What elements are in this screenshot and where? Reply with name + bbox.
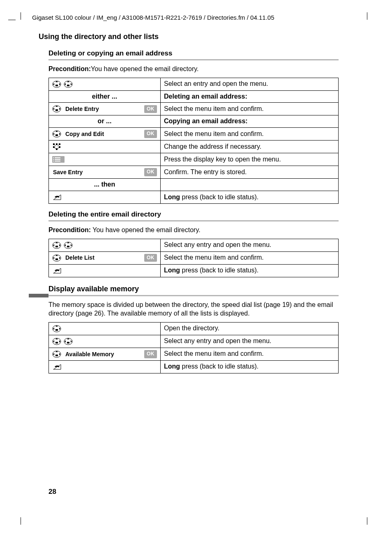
procedure-table-3: Open the directory.Select any entry and … [48, 322, 339, 373]
step-description: Long press (back to idle status). [164, 194, 258, 201]
step-description-cell: Long press (back to idle status). [161, 191, 339, 203]
step-description: Long press (back to idle status). [164, 267, 258, 274]
ok-badge: OK [144, 254, 157, 262]
precondition-text: You have opened the email directory. [91, 226, 201, 233]
step-description-cell: Select an entry and open the menu. [161, 78, 339, 90]
step-description-cell: Open the directory. [161, 322, 339, 335]
heading-rule [48, 59, 339, 60]
table-row: Press the display key to open the menu. [49, 153, 339, 166]
branch-label: or ... [52, 117, 157, 126]
step-action-cell: ... then [49, 179, 161, 191]
hangup-key-icon [52, 267, 62, 274]
heading-1: Using the directory and other lists [39, 32, 363, 41]
crop-mark [21, 517, 21, 525]
precondition-label: Precondition: [48, 226, 91, 233]
precondition: Precondition:You have opened the email d… [48, 65, 339, 74]
nav-key-icon [52, 242, 61, 249]
nav-key-icon [52, 254, 61, 262]
nav-key-icon [64, 81, 73, 88]
step-action-cell: either ... [49, 90, 161, 103]
page-number: 28 [48, 488, 56, 496]
nav-key-icon [64, 242, 73, 249]
step-description-cell: Select the menu item and confirm. [161, 348, 339, 360]
step-action-cell: Save EntryOK [49, 166, 161, 179]
crop-mark [367, 517, 367, 525]
step-description: Copying an email address: [164, 118, 248, 124]
step-description: Open the directory. [164, 325, 219, 332]
ok-badge: OK [144, 130, 157, 138]
table-row: Select any entry and open the menu. [49, 335, 339, 348]
step-description: Change the address if necessary. [164, 143, 261, 150]
step-action-cell [49, 264, 161, 277]
table-row: Save EntryOKConfirm. The entry is stored… [49, 166, 339, 179]
step-action-cell [49, 322, 161, 335]
table-row: Select an entry and open the menu. [49, 78, 339, 90]
ok-badge: OK [144, 168, 157, 176]
table-row: Long press (back to idle status). [49, 264, 339, 277]
step-action-cell [49, 360, 161, 373]
menu-item-label: Copy and Edit [64, 130, 142, 138]
step-action-cell [49, 335, 161, 348]
keypad-icon [52, 143, 61, 151]
nav-key-icon [52, 350, 61, 358]
procedure-table-1: Select an entry and open the menu.either… [48, 78, 339, 204]
precondition: Precondition: You have opened the email … [48, 226, 339, 235]
hangup-key-icon [52, 363, 62, 371]
step-action-cell [49, 78, 161, 90]
nav-key-icon [52, 338, 61, 345]
menu-item-label: Delete Entry [64, 105, 142, 113]
precondition-text: You have opened the email directory. [91, 65, 198, 72]
menu-display-key-icon [52, 156, 65, 163]
manual-page: Gigaset SL100 colour / IM_eng / A31008-M… [0, 0, 392, 537]
table-row: Long press (back to idle status). [49, 360, 339, 373]
step-description-cell: Select the menu item and confirm. [161, 103, 339, 115]
step-description: Select an entry and open the menu. [164, 80, 268, 87]
step-description: Deleting an email address: [164, 93, 247, 100]
branch-label: ... then [52, 180, 157, 189]
step-description-cell: Long press (back to idle status). [161, 360, 339, 373]
step-action-cell [49, 153, 161, 166]
table-row: Change the address if necessary. [49, 141, 339, 153]
nav-key-icon [52, 130, 61, 138]
step-description: Select any entry and open the menu. [164, 337, 272, 344]
branch-label: either ... [52, 92, 157, 101]
table-row: or ...Copying an email address: [49, 115, 339, 128]
paragraph: The memory space is divided up between t… [48, 300, 339, 318]
nav-key-icon [52, 325, 61, 332]
step-description-cell: Select the menu item and confirm. [161, 128, 339, 141]
document-header: Gigaset SL100 colour / IM_eng / A31008-M… [32, 14, 363, 21]
crop-mark [8, 20, 16, 20]
nav-key-icon [52, 105, 61, 113]
nav-key-icon [64, 338, 73, 345]
table-row: Copy and EditOKSelect the menu item and … [49, 128, 339, 141]
menu-item-label: Available Memory [64, 350, 142, 358]
table-row: Select any entry and open the menu. [49, 239, 339, 251]
heading-2: Deleting or copying an email address [48, 49, 363, 58]
menu-item-label: Delete List [64, 254, 142, 261]
step-description-cell [161, 179, 339, 191]
step-description-cell: Select any entry and open the menu. [161, 335, 339, 348]
heading-rule-bold [29, 295, 339, 296]
table-row: ... then [49, 179, 339, 191]
table-row: Available MemoryOKSelect the menu item a… [49, 348, 339, 360]
procedure-table-2: Select any entry and open the menu.Delet… [48, 239, 339, 277]
step-description-cell: Change the address if necessary. [161, 141, 339, 153]
step-action-cell: Copy and EditOK [49, 128, 161, 141]
step-description: Select the menu item and confirm. [164, 105, 264, 112]
step-description-cell: Select the menu item and confirm. [161, 251, 339, 264]
step-description-cell: Confirm. The entry is stored. [161, 166, 339, 179]
ok-badge: OK [144, 105, 157, 113]
table-row: Long press (back to idle status). [49, 191, 339, 203]
table-row: Delete ListOKSelect the menu item and co… [49, 251, 339, 264]
step-description: Select the menu item and confirm. [164, 130, 264, 137]
step-action-cell: Delete ListOK [49, 251, 161, 264]
step-description-cell: Press the display key to open the menu. [161, 153, 339, 166]
step-description: Select the menu item and confirm. [164, 350, 264, 357]
precondition-label: Precondition: [48, 65, 91, 72]
step-action-cell [49, 191, 161, 203]
step-description: Confirm. The entry is stored. [164, 168, 247, 175]
step-description: Select any entry and open the menu. [164, 241, 272, 248]
crop-mark [367, 12, 367, 20]
step-description-cell: Long press (back to idle status). [161, 264, 339, 277]
ok-badge: OK [144, 350, 157, 358]
